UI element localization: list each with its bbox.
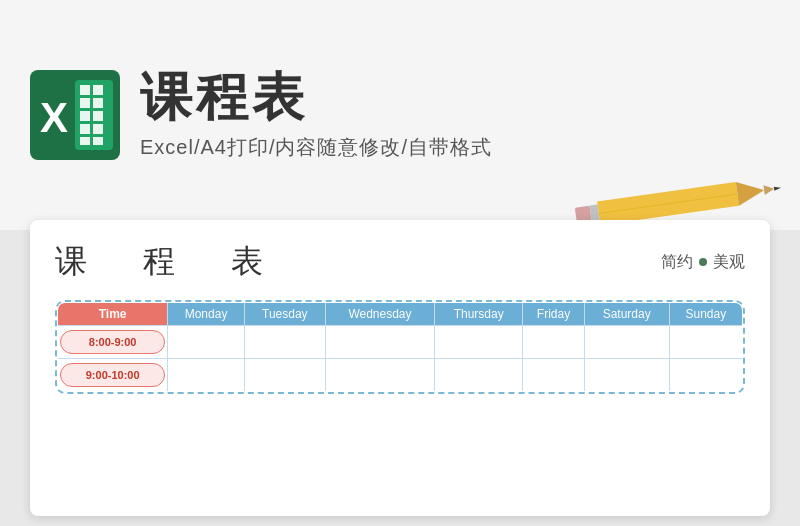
- svg-rect-10: [80, 137, 90, 145]
- excel-logo: X: [30, 70, 120, 160]
- th-sunday: Sunday: [669, 303, 742, 326]
- svg-rect-5: [93, 98, 103, 108]
- svg-rect-7: [93, 111, 103, 121]
- th-monday: Monday: [168, 303, 244, 326]
- svg-rect-11: [93, 137, 103, 145]
- schedule-table: Time Monday Tuesday Wednesday Thursday F…: [57, 302, 743, 392]
- badge-text1: 简约: [661, 252, 693, 273]
- th-wednesday: Wednesday: [325, 303, 434, 326]
- table-header-row: Time Monday Tuesday Wednesday Thursday F…: [58, 303, 743, 326]
- cell-tue-2: [244, 359, 325, 392]
- paper-title: 课 程 表: [55, 240, 275, 284]
- cell-sun-2: [669, 359, 742, 392]
- cell-wed-1: [325, 326, 434, 359]
- paper-header: 课 程 表 简约 美观: [55, 240, 745, 284]
- svg-rect-3: [93, 85, 103, 95]
- th-tuesday: Tuesday: [244, 303, 325, 326]
- subtitle: Excel/A4打印/内容随意修改/自带格式: [140, 134, 492, 161]
- th-thursday: Thursday: [435, 303, 523, 326]
- svg-marker-18: [774, 186, 781, 191]
- table-row: 8:00-9:00: [58, 326, 743, 359]
- time-slot-1: 8:00-9:00: [58, 326, 168, 359]
- cell-thu-1: [435, 326, 523, 359]
- badge-text2: 美观: [713, 252, 745, 273]
- cell-thu-2: [435, 359, 523, 392]
- time-label-2: 9:00-10:00: [60, 363, 165, 387]
- th-time: Time: [58, 303, 168, 326]
- cell-mon-2: [168, 359, 244, 392]
- time-slot-2: 9:00-10:00: [58, 359, 168, 392]
- cell-fri-2: [523, 359, 584, 392]
- cell-sun-1: [669, 326, 742, 359]
- cell-wed-2: [325, 359, 434, 392]
- svg-rect-2: [80, 85, 90, 95]
- th-saturday: Saturday: [584, 303, 669, 326]
- svg-rect-8: [80, 124, 90, 134]
- cell-sat-2: [584, 359, 669, 392]
- th-friday: Friday: [523, 303, 584, 326]
- cell-tue-1: [244, 326, 325, 359]
- schedule-wrapper: Time Monday Tuesday Wednesday Thursday F…: [55, 300, 745, 394]
- cell-fri-1: [523, 326, 584, 359]
- svg-marker-17: [763, 184, 774, 195]
- cell-sat-1: [584, 326, 669, 359]
- main-title: 课程表: [140, 69, 492, 126]
- svg-text:X: X: [40, 94, 68, 141]
- svg-rect-9: [93, 124, 103, 134]
- table-row: 9:00-10:00: [58, 359, 743, 392]
- paper-badge: 简约 美观: [661, 252, 745, 273]
- svg-marker-16: [736, 178, 766, 206]
- svg-rect-6: [80, 111, 90, 121]
- badge-dot: [699, 258, 707, 266]
- time-label-1: 8:00-9:00: [60, 330, 165, 354]
- svg-rect-4: [80, 98, 90, 108]
- title-block: 课程表 Excel/A4打印/内容随意修改/自带格式: [140, 69, 492, 161]
- paper-preview: 课 程 表 简约 美观 Time Monday Tuesday Wednesda…: [30, 220, 770, 516]
- cell-mon-1: [168, 326, 244, 359]
